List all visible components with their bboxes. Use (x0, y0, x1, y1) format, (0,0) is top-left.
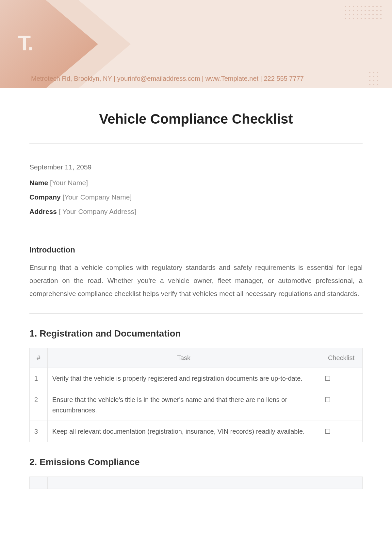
meta-name-row: Name [Your Name] (29, 176, 363, 190)
contact-info: Metrotech Rd, Brooklyn, NY | yourinfo@em… (31, 75, 372, 82)
intro-body: Ensuring that a vehicle complies with re… (29, 261, 363, 300)
meta-block: September 11, 2059 Name [Your Name] Comp… (29, 144, 363, 232)
registration-table: # Task Checklist 1 Verify that the vehic… (29, 348, 363, 442)
address-placeholder[interactable]: [ Your Company Address] (59, 208, 136, 215)
emissions-table (29, 477, 363, 489)
intro-heading: Introduction (29, 245, 363, 254)
table-header-row: # Task Checklist (30, 348, 363, 368)
section-1-title: 1. Registration and Documentation (29, 328, 363, 339)
table-header-row (30, 477, 363, 489)
divider (29, 313, 363, 314)
document-date: September 11, 2059 (29, 160, 363, 174)
name-label: Name (29, 179, 48, 186)
letterhead-header: T. Metrotech Rd, Brooklyn, NY | yourinfo… (0, 0, 392, 88)
document-body: Vehicle Compliance Checklist September 1… (0, 88, 392, 489)
divider (29, 232, 363, 232)
col-checklist (320, 477, 363, 489)
row-number: 2 (30, 389, 48, 421)
meta-company-row: Company [Your Company Name] (29, 190, 363, 204)
table-row: 2 Ensure that the vehicle's title is in … (30, 389, 363, 421)
row-number: 3 (30, 421, 48, 442)
address-label: Address (29, 208, 57, 215)
row-checkbox[interactable]: ☐ (320, 389, 363, 421)
page-title: Vehicle Compliance Checklist (29, 111, 363, 127)
dot-grid-icon (345, 6, 382, 20)
meta-address-row: Address [ Your Company Address] (29, 204, 363, 219)
table-row: 3 Keep all relevant documentation (regis… (30, 421, 363, 442)
col-number (30, 477, 48, 489)
col-task: Task (48, 348, 320, 368)
row-number: 1 (30, 368, 48, 389)
section-2-title: 2. Emissions Compliance (29, 457, 363, 467)
col-number: # (30, 348, 48, 368)
col-checklist: Checklist (320, 348, 363, 368)
row-checkbox[interactable]: ☐ (320, 421, 363, 442)
table-row: 1 Verify that the vehicle is properly re… (30, 368, 363, 389)
row-task: Verify that the vehicle is properly regi… (48, 368, 320, 389)
company-placeholder[interactable]: [Your Company Name] (63, 193, 132, 201)
col-task (48, 477, 320, 489)
company-label: Company (29, 193, 61, 201)
row-checkbox[interactable]: ☐ (320, 368, 363, 389)
row-task: Ensure that the vehicle's title is in th… (48, 389, 320, 421)
name-placeholder[interactable]: [Your Name] (50, 179, 88, 186)
row-task: Keep all relevant documentation (registr… (48, 421, 320, 442)
brand-logo: T. (18, 31, 33, 55)
